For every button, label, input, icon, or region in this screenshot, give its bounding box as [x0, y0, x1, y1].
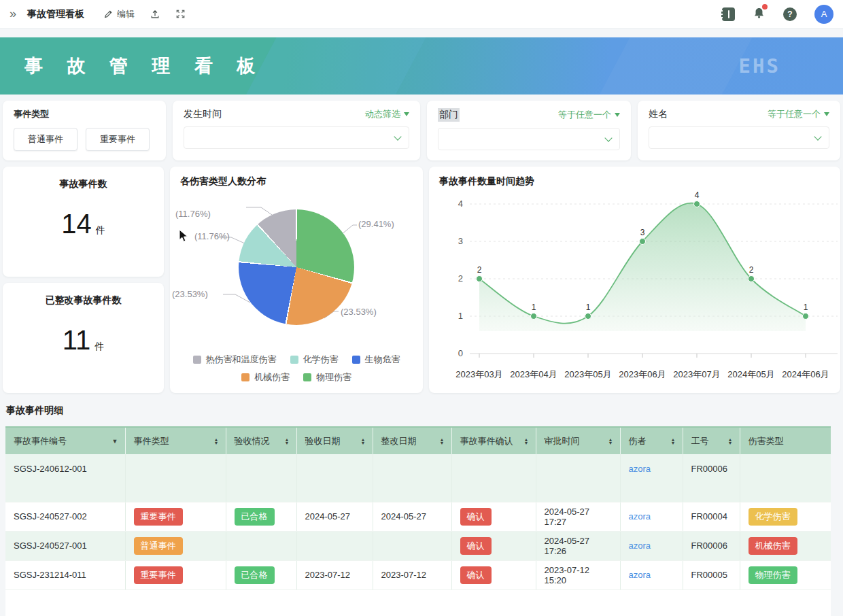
dropdown-triangle-icon — [404, 112, 409, 116]
status-badge: 确认 — [460, 508, 492, 526]
column-header-事故事件确认[interactable]: 事故事件确认▲▼ — [451, 427, 536, 454]
occurrence-time-select[interactable] — [184, 126, 409, 149]
sort-icon[interactable]: ▲▼ — [671, 438, 676, 445]
column-header-label: 伤害类型 — [749, 435, 784, 447]
pencil-icon — [103, 9, 114, 19]
table-row[interactable]: SGSJ-240527-002重要事件已合格2024-05-272024-05-… — [5, 502, 831, 531]
x-tick-label: 2023年04月 — [510, 369, 557, 379]
sort-icon[interactable]: ▲▼ — [728, 438, 733, 445]
table-cell: 已合格 — [226, 560, 296, 589]
table-cell: 2024-05-27 17:27 — [536, 502, 620, 531]
column-header-事件类型[interactable]: 事件类型▲▼ — [125, 427, 226, 454]
table-cell — [373, 454, 451, 502]
column-header-inner: 工号▲▼ — [691, 435, 733, 447]
legend-swatch — [303, 373, 311, 381]
y-tick-label: 2 — [458, 273, 463, 284]
table-cell: SGSJ-240612-001 — [5, 454, 125, 502]
status-badge: 物理伤害 — [749, 566, 797, 584]
table-row[interactable]: SGSJ-231214-011重要事件已合格2023-07-122023-07-… — [5, 560, 831, 589]
filter-label: 部门 — [438, 108, 460, 122]
dropdown-triangle-icon — [824, 112, 829, 116]
table-row[interactable]: SGSJ-240612-001azoraFR00006 — [5, 454, 831, 502]
journal-icon[interactable] — [722, 7, 735, 21]
pie-chart[interactable] — [239, 209, 354, 325]
table-cell: 2023-07-12 15:20 — [536, 560, 620, 589]
x-tick-label: 2024年06月 — [782, 369, 829, 379]
name-select[interactable] — [649, 126, 829, 149]
collapse-sidebar-icon[interactable]: » — [10, 7, 16, 21]
status-badge: 机械伤害 — [749, 537, 797, 555]
sort-icon[interactable]: ▲▼ — [285, 438, 290, 445]
injured-person-link[interactable]: azora — [629, 464, 651, 474]
department-select[interactable] — [438, 128, 620, 150]
sort-icon[interactable]: ▲▼ — [608, 438, 613, 445]
page-title: 事故管理看板 — [27, 8, 84, 20]
column-header-label: 验收日期 — [305, 435, 341, 447]
column-header-label: 事件类型 — [134, 435, 169, 447]
filter-option-important-event[interactable]: 重要事件 — [86, 128, 150, 151]
data-point — [640, 239, 646, 245]
column-header-inner: 事件类型▲▼ — [134, 435, 219, 447]
status-badge: 重要事件 — [134, 566, 183, 584]
fullscreen-button[interactable] — [175, 9, 186, 19]
legend-item[interactable]: 机械伤害 — [241, 371, 290, 383]
legend-label: 机械伤害 — [254, 371, 290, 383]
column-header-审批时间[interactable]: 审批时间▲▼ — [536, 427, 620, 454]
table-cell: 确认 — [451, 560, 536, 589]
status-badge: 已合格 — [235, 566, 275, 584]
help-icon[interactable]: ? — [783, 7, 797, 21]
table-cell — [373, 531, 451, 560]
legend-item[interactable]: 生物危害 — [352, 354, 400, 366]
legend-item[interactable]: 化学伤害 — [290, 354, 339, 366]
legend-swatch — [290, 356, 298, 364]
filter-operator-dropdown[interactable]: 动态筛选 — [365, 108, 409, 120]
column-header-伤害类型[interactable]: 伤害类型 — [740, 427, 831, 454]
notifications-bell-icon[interactable] — [753, 6, 765, 22]
column-header-验收日期[interactable]: 验收日期▲▼ — [296, 427, 373, 454]
sort-icon[interactable]: ▲▼ — [524, 438, 529, 445]
legend-item[interactable]: 热伤害和温度伤害 — [193, 354, 277, 366]
table-cell: FR00004 — [683, 502, 740, 531]
x-tick-label: 2024年05月 — [727, 369, 774, 379]
injured-person-link[interactable]: azora — [629, 511, 651, 521]
legend-swatch — [241, 373, 250, 381]
table-row[interactable]: SGSJ-240527-001普通事件确认2024-05-27 17:26azo… — [5, 531, 831, 560]
y-tick-label: 4 — [458, 199, 463, 209]
sort-desc-icon[interactable]: ▼ — [112, 438, 118, 445]
column-header-工号[interactable]: 工号▲▼ — [683, 427, 740, 454]
chevron-down-icon — [394, 133, 401, 140]
injured-person-link[interactable]: azora — [629, 541, 651, 551]
table-cell — [740, 454, 831, 502]
edit-button[interactable]: 编辑 — [103, 8, 135, 20]
column-header-伤者[interactable]: 伤者▲▼ — [620, 427, 683, 454]
data-point — [585, 313, 591, 320]
filter-operator-dropdown[interactable]: 等于任意一个 — [768, 108, 829, 120]
table-cell: 2024-05-27 — [296, 502, 373, 531]
sort-icon[interactable]: ▲▼ — [214, 438, 219, 445]
x-tick-label: 2023年07月 — [673, 369, 720, 379]
sort-icon[interactable]: ▲▼ — [361, 438, 366, 445]
column-header-事故事件编号[interactable]: 事故事件编号▼ — [5, 427, 125, 454]
status-badge: 普通事件 — [134, 537, 183, 555]
ehs-logo: EHS — [739, 54, 780, 78]
sort-icon[interactable]: ▲▼ — [440, 438, 445, 445]
share-button[interactable] — [150, 9, 160, 20]
pie-callout-physical: (29.41%) — [358, 219, 394, 229]
filter-operator-dropdown[interactable]: 等于任意一个 — [558, 109, 620, 121]
column-header-整改日期[interactable]: 整改日期▲▼ — [373, 427, 451, 454]
table-cell — [226, 531, 296, 560]
column-header-label: 工号 — [691, 435, 709, 447]
data-point-label: 3 — [640, 228, 645, 237]
pie-legend-row: 机械伤害物理伤害 — [170, 371, 423, 383]
status-badge: 确认 — [460, 566, 492, 584]
column-header-验收情况[interactable]: 验收情况▲▼ — [226, 427, 296, 454]
injured-person-link[interactable]: azora — [629, 570, 651, 580]
filter-option-normal-event[interactable]: 普通事件 — [14, 128, 78, 151]
banner-title: 事 故 管 理 看 板 — [24, 54, 265, 78]
legend-item[interactable]: 物理伤害 — [303, 371, 351, 383]
trend-line-chart[interactable]: 0123421134212023年03月2023年04月2023年05月2023… — [429, 167, 843, 393]
kpi-label: 事故事件数 — [3, 178, 164, 190]
user-avatar[interactable]: A — [814, 5, 833, 24]
legend-label: 生物危害 — [365, 354, 400, 366]
column-header-label: 整改日期 — [381, 435, 417, 447]
